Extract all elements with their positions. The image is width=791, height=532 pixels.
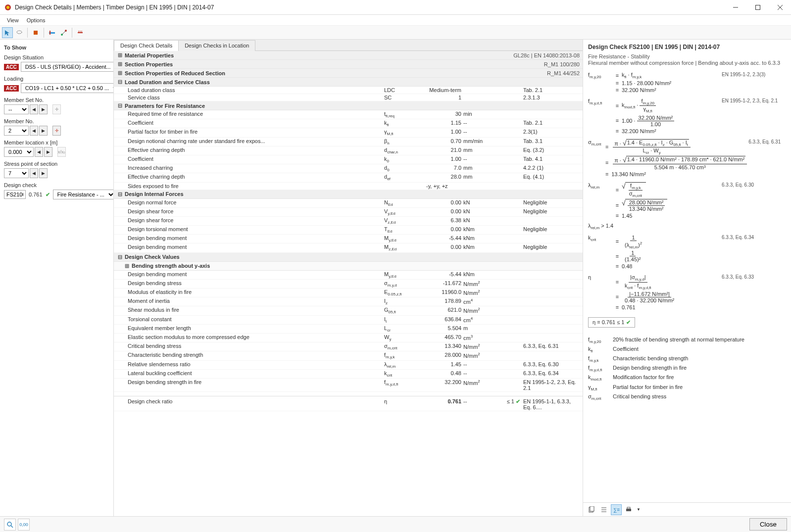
design-situation-select[interactable]: DS5 - ULS (STR/GEO) - Accident...: [21, 62, 114, 72]
table-row: Increased charringd07.0mm4.2.2 (1): [114, 164, 583, 173]
group-material[interactable]: ⊞Material PropertiesGL28c | EN 14080:201…: [114, 51, 583, 60]
acc-badge-2: ACC: [4, 85, 19, 92]
memberno-select[interactable]: 2: [4, 126, 29, 136]
group-pfr[interactable]: ⊟Parameters for Fire Resistance: [114, 101, 583, 110]
toolbar-beam-icon[interactable]: [47, 27, 57, 38]
table-row: Moment of inertiaIz178.89cm4: [114, 297, 583, 306]
table-row: Partial factor for timber in fireγM,fi1.…: [114, 128, 583, 137]
dc-code-field[interactable]: [4, 190, 26, 199]
table-row: Design notional charring rate under stan…: [114, 138, 583, 146]
table-row: Design torsional momentTEd0.00kNmNegligi…: [114, 226, 583, 235]
row-eta: Design check ratioη0.761--≤ 1 ✔EN 1995-1…: [114, 396, 583, 411]
check-icon: ✔: [626, 319, 631, 325]
treegrid[interactable]: ⊞Material PropertiesGL28c | EN 14080:201…: [114, 51, 583, 516]
svg-rect-21: [627, 507, 630, 509]
table-row: Required time of fire resistancetfi,req3…: [114, 110, 583, 119]
loc-next-button[interactable]: ▶: [44, 147, 52, 157]
table-row: Design normal forceNEd0.00kNNegligible: [114, 199, 583, 208]
eq-smcrit: σm,crit =π · 1.4 · E0.05,z,fi · Iz · G05…: [588, 138, 786, 178]
group-section-reduced[interactable]: ⊞Section Properties of Reduced SectionR_…: [114, 69, 583, 78]
loc-label: Member location x [m]: [4, 140, 109, 145]
design-situation-label: Design Situation: [4, 54, 109, 60]
table-row: Equivalent member lengthLcr5.504m: [114, 325, 583, 334]
group-ldsc[interactable]: ⊟Load Duration and Service Class: [114, 78, 583, 87]
memberset-select[interactable]: --: [4, 104, 29, 114]
right-panel: Design Check FS2100 | EN 1995 | DIN | 20…: [583, 40, 791, 516]
group-dif[interactable]: ⊟Design Internal Forces: [114, 190, 583, 199]
table-row: Modulus of elasticity in fireE0.05,z,fi1…: [114, 289, 583, 297]
left-panel: To Show Design Situation ACC DS5 - ULS (…: [0, 40, 114, 516]
table-row: Design shear forceVz,Ed6.38kN: [114, 217, 583, 226]
list-icon[interactable]: [598, 504, 609, 515]
loading-select[interactable]: CO19 - LC1 + 0.50 * LC2 + 0.50 ...: [21, 83, 114, 93]
formula-icon[interactable]: ∑=: [611, 504, 622, 515]
ms-next-button[interactable]: ▶: [39, 104, 48, 114]
svg-rect-3: [755, 5, 760, 9]
toolbar-pointer-icon[interactable]: [2, 27, 13, 38]
table-row: Sides exposed to fire-y, +y, +z: [114, 183, 583, 190]
copy-icon[interactable]: [586, 504, 597, 515]
table-row: Design bending strength in firefm,y,d,fi…: [114, 379, 583, 392]
mn-prev-button[interactable]: ◀: [30, 126, 38, 136]
svg-point-6: [17, 31, 22, 34]
sp-next-button[interactable]: ▶: [39, 168, 48, 178]
tabs: Design Check Details Design Checks in Lo…: [114, 40, 583, 51]
right-sub2: Flexural member without compression forc…: [588, 60, 786, 66]
eq-kcrit: kcrit =1(λrel,m)2 =1(1.45)² =0.48 6.3.3,…: [588, 234, 786, 271]
stress-select[interactable]: 7: [4, 168, 29, 178]
table-row: Design bending momentMz,Ed0.00kNmNegligi…: [114, 243, 583, 252]
table-row: Critical bending stressσm,crit13.340N/mm…: [114, 342, 583, 351]
tab-location[interactable]: Design Checks in Location: [178, 40, 255, 51]
row-ldc: Load duration classLDCMedium-termTab. 2.…: [114, 87, 583, 94]
eq-fmy20: fm,y,20 =kfi · fm,y,k =1.15 · 28.000 N/m…: [588, 71, 786, 94]
svg-text:∑=: ∑=: [613, 507, 620, 513]
dc-name-select[interactable]: Fire Resistance - ...: [53, 190, 114, 199]
table-row: Coefficientkfi1.15--Tab. 2.1: [114, 119, 583, 128]
group-bsy[interactable]: ⊞Bending strength about y-axis: [114, 262, 583, 271]
ms-prev-button[interactable]: ◀: [30, 104, 38, 114]
svg-rect-7: [34, 31, 38, 35]
dropdown-icon[interactable]: ▼: [636, 507, 642, 512]
sp-prev-button[interactable]: ◀: [30, 168, 38, 178]
eq-lrel: λrel,m =fm,y,kσm,crit =28.000 N/mm²13.34…: [588, 181, 786, 220]
loading-label: Loading: [4, 76, 109, 82]
loc-pick-button[interactable]: x/x₀: [57, 147, 66, 157]
loc-select[interactable]: 0.000: [4, 147, 34, 157]
row-sc: Service classSC12.3.1.3: [114, 94, 583, 101]
group-dcv[interactable]: ⊟Design Check Values: [114, 253, 583, 262]
ms-pick-button[interactable]: ✛: [52, 104, 61, 114]
minimize-button[interactable]: [724, 0, 746, 15]
window-title: Design Check Details | Members | Timber …: [15, 4, 724, 11]
toolbar-section-icon[interactable]: [30, 27, 41, 38]
units-icon[interactable]: 0,00: [18, 519, 30, 531]
table-row: Design shear forceVy,Ed0.00kNNegligible: [114, 208, 583, 217]
app-icon: [4, 3, 12, 11]
mn-pick-button[interactable]: ✛: [52, 126, 61, 136]
print-icon[interactable]: [623, 504, 634, 515]
tab-details[interactable]: Design Check Details: [114, 40, 179, 51]
mn-next-button[interactable]: ▶: [39, 126, 48, 136]
loc-prev-button[interactable]: ◀: [35, 147, 43, 157]
toolbar-node-icon[interactable]: [58, 27, 69, 38]
table-row: Characteristic bending strengthfm,y,k28.…: [114, 351, 583, 360]
acc-badge: ACC: [4, 64, 19, 70]
menu-view[interactable]: View: [3, 16, 23, 24]
toolbar-lasso-icon[interactable]: [14, 27, 25, 38]
dc-label: Design check: [4, 182, 109, 188]
table-row: Effective charring depthdchar,n21.0mmEq.…: [114, 146, 583, 155]
stress-label: Stress point of section: [4, 161, 109, 167]
group-section[interactable]: ⊞Section PropertiesR_M1 100/280: [114, 60, 583, 69]
right-title: Design Check FS2100 | EN 1995 | DIN | 20…: [588, 44, 786, 50]
zoom-icon[interactable]: [4, 519, 16, 531]
svg-line-23: [11, 526, 13, 528]
check-icon: ✔: [46, 192, 50, 198]
menu-options[interactable]: Options: [23, 16, 49, 24]
table-row: Coefficientk01.00--Tab. 4.1: [114, 155, 583, 164]
left-header: To Show: [4, 45, 109, 50]
close-button[interactable]: [769, 0, 791, 15]
svg-line-12: [62, 31, 66, 35]
table-row: Relative slenderness ratioλrel,m1.45--6.…: [114, 361, 583, 370]
toolbar-load-icon[interactable]: [75, 27, 86, 38]
close-dialog-button[interactable]: Close: [749, 518, 787, 531]
maximize-button[interactable]: [746, 0, 769, 15]
